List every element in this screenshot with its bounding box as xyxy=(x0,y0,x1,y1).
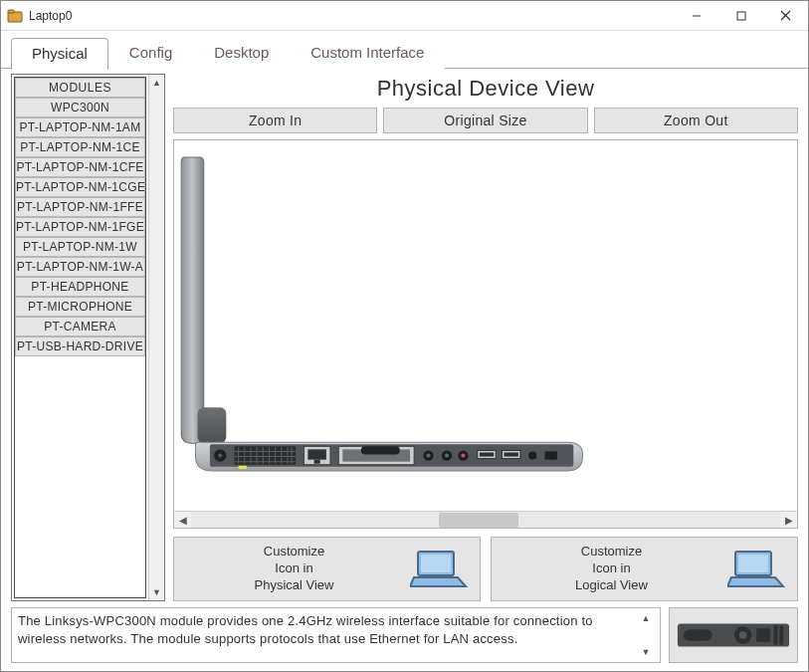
svg-rect-1 xyxy=(8,10,14,13)
customize-logical-label: Customize Icon in Logical View xyxy=(502,544,721,594)
svg-rect-54 xyxy=(779,625,783,644)
customize-physical-button[interactable]: Customize Icon in Physical View xyxy=(173,537,481,601)
svg-rect-45 xyxy=(421,555,451,572)
bottom-row: The Linksys-WPC300N module provides one … xyxy=(11,607,798,663)
svg-point-35 xyxy=(445,453,449,457)
module-item[interactable]: PT-LAPTOP-NM-1FGE xyxy=(15,217,145,237)
modules-scrollbar[interactable]: ▲ ▼ xyxy=(148,75,164,600)
device-view-area[interactable]: ◀ ▶ xyxy=(173,139,798,529)
laptop-icon xyxy=(410,549,470,590)
laptop-icon xyxy=(727,549,787,590)
window-title: Laptop0 xyxy=(29,9,72,23)
scroll-thumb[interactable] xyxy=(439,513,518,528)
svg-point-10 xyxy=(218,453,222,457)
tab-desktop[interactable]: Desktop xyxy=(193,37,290,69)
module-item[interactable]: PT-LAPTOP-NM-1CFE xyxy=(15,157,145,177)
module-thumbnail[interactable] xyxy=(669,607,798,663)
zoom-in-button[interactable]: Zoom In xyxy=(173,108,377,133)
scroll-down-icon[interactable]: ▼ xyxy=(641,646,650,658)
minimize-button[interactable] xyxy=(674,1,718,31)
page-title: Physical Device View xyxy=(173,74,798,108)
tab-config[interactable]: Config xyxy=(108,37,193,69)
module-item[interactable]: WPC300N xyxy=(15,98,145,117)
svg-rect-6 xyxy=(198,407,227,443)
modules-panel: MODULES WPC300N PT-LAPTOP-NM-1AM PT-LAPT… xyxy=(11,74,165,601)
tab-bar: Physical Config Desktop Custom Interface xyxy=(1,31,808,69)
scroll-down-icon[interactable]: ▼ xyxy=(149,584,164,600)
module-item[interactable]: PT-CAMERA xyxy=(15,317,145,336)
app-window: Laptop0 Physical Config Desktop Custom I… xyxy=(0,0,809,672)
scroll-track[interactable] xyxy=(191,512,780,529)
module-description: The Linksys-WPC300N module provides one … xyxy=(11,607,661,663)
customize-row: Customize Icon in Physical View Customiz… xyxy=(173,537,798,601)
svg-rect-43 xyxy=(545,451,557,459)
svg-rect-31 xyxy=(361,446,400,454)
module-item[interactable]: PT-USB-HARD-DRIVE xyxy=(15,336,145,356)
svg-point-51 xyxy=(739,631,747,639)
close-button[interactable] xyxy=(763,1,808,31)
horizontal-scrollbar[interactable]: ◀ ▶ xyxy=(174,511,797,528)
svg-rect-47 xyxy=(738,555,768,572)
module-item[interactable]: PT-HEADPHONE xyxy=(15,277,145,297)
module-item[interactable]: PT-MICROPHONE xyxy=(15,297,145,317)
scroll-left-icon[interactable]: ◀ xyxy=(174,512,191,529)
svg-rect-3 xyxy=(737,12,745,20)
customize-physical-label: Customize Icon in Physical View xyxy=(184,544,404,594)
svg-point-37 xyxy=(461,453,465,457)
laptop-illustration xyxy=(174,140,797,511)
modules-header: MODULES xyxy=(15,78,145,98)
maximize-button[interactable] xyxy=(718,1,763,31)
svg-rect-41 xyxy=(504,452,517,456)
scroll-right-icon[interactable]: ▶ xyxy=(780,512,797,529)
svg-point-33 xyxy=(426,453,430,457)
upper-row: MODULES WPC300N PT-LAPTOP-NM-1AM PT-LAPT… xyxy=(11,74,798,601)
svg-rect-49 xyxy=(684,629,712,641)
scroll-up-icon[interactable]: ▲ xyxy=(641,612,650,624)
tab-custom-interface[interactable]: Custom Interface xyxy=(290,37,445,69)
svg-rect-53 xyxy=(774,625,778,644)
content-area: MODULES WPC300N PT-LAPTOP-NM-1AM PT-LAPT… xyxy=(1,69,808,672)
module-item[interactable]: PT-LAPTOP-NM-1FFE xyxy=(15,197,145,217)
module-item[interactable]: PT-LAPTOP-NM-1W-A xyxy=(15,257,145,277)
module-item[interactable]: PT-LAPTOP-NM-1CGE xyxy=(15,177,145,197)
physical-panel: Physical Device View Zoom In Original Si… xyxy=(173,74,798,601)
svg-rect-39 xyxy=(480,452,494,456)
customize-logical-button[interactable]: Customize Icon in Logical View xyxy=(491,537,798,601)
zoom-out-button[interactable]: Zoom Out xyxy=(594,108,798,133)
device-canvas xyxy=(174,140,797,511)
svg-rect-27 xyxy=(307,449,325,459)
scroll-up-icon[interactable]: ▲ xyxy=(149,75,164,91)
module-item[interactable]: PT-LAPTOP-NM-1W xyxy=(15,237,145,257)
modules-list: MODULES WPC300N PT-LAPTOP-NM-1AM PT-LAPT… xyxy=(14,77,146,598)
svg-point-42 xyxy=(528,451,536,459)
original-size-button[interactable]: Original Size xyxy=(383,108,587,133)
svg-rect-28 xyxy=(314,460,320,464)
app-icon xyxy=(7,8,23,24)
wireless-card-icon xyxy=(676,615,791,655)
description-text: The Linksys-WPC300N module provides one … xyxy=(18,612,638,658)
tab-physical[interactable]: Physical xyxy=(11,38,108,70)
module-item[interactable]: PT-LAPTOP-NM-1CE xyxy=(15,137,145,157)
zoom-controls: Zoom In Original Size Zoom Out xyxy=(173,108,798,133)
titlebar: Laptop0 xyxy=(1,1,808,31)
svg-rect-25 xyxy=(239,466,247,469)
description-scrollbar[interactable]: ▲ ▼ xyxy=(638,612,654,658)
svg-rect-52 xyxy=(756,628,770,642)
module-item[interactable]: PT-LAPTOP-NM-1AM xyxy=(15,117,145,137)
